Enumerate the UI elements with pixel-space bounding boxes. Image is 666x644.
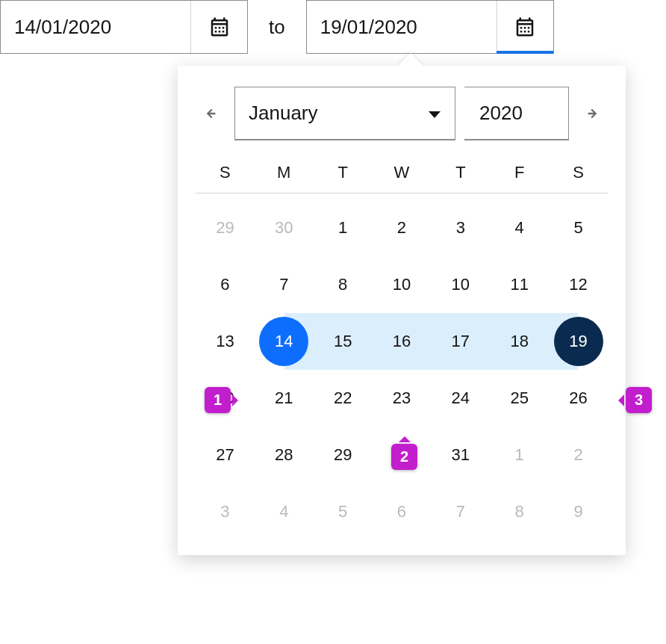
to-date-group — [306, 0, 554, 54]
day-cell[interactable]: 30 — [255, 199, 314, 256]
day-cell[interactable]: 7 — [431, 483, 490, 540]
day-cell[interactable]: 3 — [431, 199, 490, 256]
day-cell[interactable]: 6 — [373, 483, 432, 540]
day-cell[interactable]: 5 — [314, 483, 373, 540]
day-cell[interactable]: 12 — [549, 256, 608, 313]
month-select-label: January — [249, 102, 318, 125]
arrow-right-icon — [585, 105, 601, 122]
day-cell[interactable]: 21 — [255, 370, 314, 427]
day-cell[interactable]: 7 — [255, 256, 314, 313]
day-cell[interactable]: 4 — [490, 199, 549, 256]
from-date-input[interactable] — [1, 1, 190, 53]
date-range-inputs: to — [0, 0, 666, 54]
day-cell[interactable]: 27 — [196, 427, 255, 483]
weekday-header: S M T W T F S — [196, 155, 608, 190]
day-cell[interactable]: 23 — [373, 370, 432, 427]
day-cell[interactable]: 28 — [255, 427, 314, 483]
datepicker-popover: January S M T W T F S 293012345678101011… — [178, 66, 626, 555]
weekday-label: T — [314, 155, 373, 190]
day-cell[interactable]: 16 — [373, 313, 432, 370]
next-month-button[interactable] — [578, 99, 608, 129]
day-cell[interactable]: 17 — [431, 313, 490, 370]
day-cell[interactable]: 1 — [490, 427, 549, 483]
day-cell[interactable]: 18 — [490, 313, 549, 370]
day-cell[interactable]: 25 — [490, 370, 549, 427]
day-cell[interactable]: 4 — [255, 483, 314, 540]
day-cell[interactable]: 2 — [373, 199, 432, 256]
weekday-label: S — [549, 155, 608, 190]
day-cell[interactable]: 10 — [431, 256, 490, 313]
prev-month-button[interactable] — [196, 99, 225, 129]
calendar-icon — [208, 16, 231, 38]
to-label: to — [266, 16, 288, 39]
header-divider — [196, 193, 608, 193]
weekday-label: S — [196, 155, 255, 190]
weekday-label: F — [490, 155, 549, 190]
day-cell[interactable]: 1 — [314, 199, 373, 256]
from-calendar-button[interactable] — [190, 1, 247, 53]
annotation-1: 1 — [205, 387, 231, 413]
day-cell[interactable]: 13 — [196, 313, 255, 370]
day-cell[interactable]: 24 — [431, 370, 490, 427]
day-cell[interactable]: 8 — [490, 483, 549, 540]
to-date-input[interactable] — [307, 1, 497, 53]
calendar-icon — [514, 16, 536, 38]
datepicker-header: January — [196, 87, 608, 140]
arrow-left-icon — [202, 105, 219, 122]
month-select[interactable]: January — [234, 87, 455, 140]
day-cell[interactable]: 29 — [196, 199, 255, 256]
day-cell[interactable]: 26 — [549, 370, 608, 427]
to-calendar-button[interactable] — [497, 1, 553, 53]
annotation-3: 3 — [626, 387, 652, 413]
year-input-wrap — [464, 87, 569, 140]
weekday-label: W — [373, 155, 432, 190]
range-start-day[interactable]: 14 — [255, 313, 314, 370]
day-cell[interactable]: 8 — [314, 256, 373, 313]
annotation-2: 2 — [391, 444, 417, 470]
weekday-label: M — [255, 155, 314, 190]
weekday-label: T — [431, 155, 490, 190]
day-cell[interactable]: 11 — [490, 256, 549, 313]
day-cell[interactable]: 2 — [549, 427, 608, 483]
caret-down-icon — [428, 102, 441, 125]
day-cell[interactable]: 31 — [431, 427, 490, 483]
day-cell[interactable]: 3 — [196, 483, 255, 540]
day-cell[interactable]: 5 — [549, 199, 608, 256]
day-cell[interactable]: 10 — [373, 256, 432, 313]
day-cell[interactable]: 6 — [196, 256, 255, 313]
day-grid: 2930123456781010111213141516171819202122… — [196, 199, 608, 540]
from-date-group — [0, 0, 248, 54]
year-input[interactable] — [478, 101, 555, 126]
day-cell[interactable]: 15 — [314, 313, 373, 370]
day-cell[interactable]: 22 — [314, 370, 373, 427]
range-end-day[interactable]: 19 — [549, 313, 608, 370]
day-cell[interactable]: 29 — [314, 427, 373, 483]
day-cell[interactable]: 9 — [549, 483, 608, 540]
